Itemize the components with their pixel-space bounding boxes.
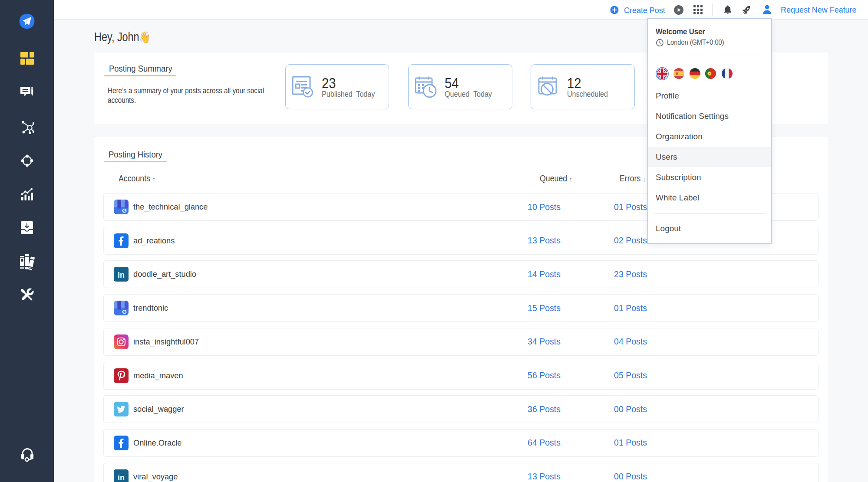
svg-text:G: G bbox=[122, 308, 127, 315]
svg-text:G: G bbox=[122, 207, 127, 214]
svg-text:in: in bbox=[118, 473, 125, 482]
svg-text:in: in bbox=[118, 271, 125, 279]
